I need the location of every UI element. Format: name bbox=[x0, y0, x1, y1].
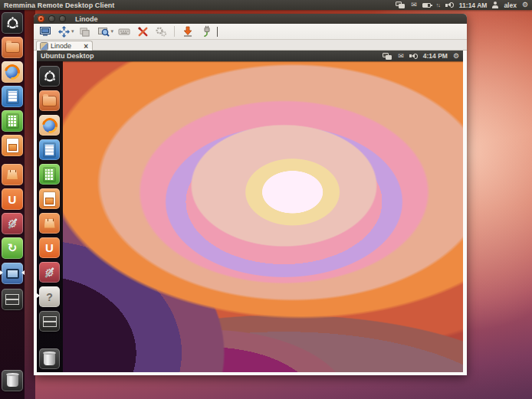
launcher-item-workspace-switcher[interactable] bbox=[39, 311, 60, 332]
launcher-item-libreoffice-calc[interactable] bbox=[2, 110, 23, 132]
window-titlebar[interactable]: Linode bbox=[34, 14, 467, 24]
launcher-item-home-folder[interactable] bbox=[2, 37, 23, 58]
launcher-item-system-settings[interactable]: ⚙ bbox=[39, 262, 60, 283]
toolbar-separator bbox=[174, 26, 175, 37]
active-app-title: Remmina Remote Desktop Client bbox=[4, 2, 114, 9]
clock[interactable]: 11:14 AM bbox=[459, 2, 488, 9]
launcher-item-system-settings[interactable]: ⚙ bbox=[2, 213, 23, 234]
focused-indicator bbox=[21, 270, 25, 275]
session-gear-icon[interactable]: ⚙ bbox=[522, 2, 528, 8]
folder-icon bbox=[6, 43, 19, 52]
ubuntu-one-icon: U bbox=[8, 193, 17, 206]
indicator-tray[interactable]: ✉ ↑↓ 11:14 AM alex ⚙ bbox=[396, 2, 532, 9]
launcher-item-ubuntu-one[interactable]: U bbox=[2, 188, 23, 210]
remote-wallpaper[interactable] bbox=[37, 51, 463, 372]
unity-launcher: U ⚙ ↻ bbox=[0, 10, 25, 399]
tab-linode[interactable]: Linode × bbox=[36, 41, 93, 51]
session-gear-icon[interactable]: ⚙ bbox=[453, 53, 459, 60]
minimize-to-tray-button[interactable] bbox=[180, 25, 195, 38]
launcher-item-libreoffice-writer[interactable] bbox=[39, 139, 60, 160]
scale-dropdown-caret[interactable]: ▾ bbox=[71, 28, 74, 34]
top-panel: Remmina Remote Desktop Client ✉ ↑↓ 11:14… bbox=[0, 0, 532, 10]
user-icon[interactable] bbox=[492, 2, 498, 8]
screenshot-icon bbox=[97, 25, 110, 38]
launcher-item-workspace-switcher[interactable] bbox=[2, 289, 23, 310]
shopping-bag-icon bbox=[44, 219, 55, 228]
screenshot-dropdown-caret[interactable]: ▾ bbox=[111, 28, 114, 34]
remmina-toolbar: ▾ ▾ bbox=[34, 24, 467, 40]
trash-icon bbox=[7, 374, 18, 387]
minimize-button[interactable] bbox=[48, 15, 55, 22]
remote-clock[interactable]: 4:14 PM bbox=[423, 52, 448, 60]
launcher-item-firefox[interactable] bbox=[39, 115, 60, 136]
remote-session-viewport: Ubuntu Desktop ✉ 4:14 PM ⚙ bbox=[34, 51, 467, 375]
mail-icon[interactable]: ✉ bbox=[398, 53, 404, 60]
launcher-item-trash[interactable] bbox=[39, 348, 60, 369]
remote-panel-title: Ubuntu Desktop bbox=[41, 52, 94, 60]
workspaces-icon bbox=[43, 316, 57, 327]
folder-icon bbox=[43, 96, 56, 106]
impress-presentation-icon bbox=[44, 192, 55, 206]
close-button[interactable] bbox=[38, 15, 44, 22]
launcher-item-software-updater[interactable]: ↻ bbox=[2, 237, 23, 259]
battery-icon[interactable] bbox=[422, 3, 431, 8]
volume-icon[interactable] bbox=[445, 2, 454, 8]
launcher-item-libreoffice-impress[interactable] bbox=[2, 135, 23, 156]
launcher-item-libreoffice-impress[interactable] bbox=[39, 188, 60, 209]
firefox-icon bbox=[43, 119, 57, 132]
disconnect-button[interactable] bbox=[199, 25, 214, 38]
tools-button[interactable] bbox=[153, 25, 169, 38]
writer-document-icon bbox=[7, 90, 18, 103]
network-icon[interactable] bbox=[396, 2, 406, 8]
screenshot-button[interactable] bbox=[96, 25, 111, 38]
launcher-item-software-center[interactable] bbox=[39, 213, 60, 234]
launcher-item-help[interactable]: ? bbox=[39, 286, 60, 307]
launcher-item-trash[interactable] bbox=[2, 370, 23, 391]
launcher-item-dash-home[interactable] bbox=[2, 12, 23, 34]
launcher-item-firefox[interactable] bbox=[2, 61, 23, 83]
launcher-item-software-center[interactable] bbox=[2, 164, 23, 185]
crossed-tools-icon bbox=[137, 26, 149, 38]
send-keys-button[interactable] bbox=[117, 25, 132, 38]
desktop: Remmina Remote Desktop Client ✉ ↑↓ 11:14… bbox=[0, 0, 532, 399]
launcher-item-libreoffice-writer[interactable] bbox=[2, 86, 23, 107]
ubuntu-logo-icon bbox=[5, 16, 20, 31]
launcher-item-dash-home[interactable] bbox=[39, 66, 60, 87]
fullscreen-icon bbox=[39, 25, 51, 38]
sync-arrows-icon[interactable]: ↑↓ bbox=[436, 2, 440, 8]
impress-presentation-icon bbox=[7, 139, 18, 152]
remote-unity-launcher: U ⚙ ? bbox=[37, 61, 63, 372]
remote-top-panel: Ubuntu Desktop ✉ 4:14 PM ⚙ bbox=[37, 51, 463, 61]
ubuntu-logo-icon bbox=[43, 70, 57, 83]
maximize-button[interactable] bbox=[59, 15, 66, 22]
launcher-item-remmina[interactable] bbox=[2, 263, 23, 284]
help-icon: ? bbox=[46, 291, 53, 303]
preferences-button[interactable] bbox=[135, 25, 150, 38]
calc-spreadsheet-icon bbox=[44, 168, 55, 182]
user-name[interactable]: alex bbox=[504, 2, 517, 9]
trash-icon bbox=[44, 353, 55, 365]
window-title: Linode bbox=[75, 15, 98, 23]
switch-page-button[interactable] bbox=[77, 25, 93, 38]
shopping-bag-icon bbox=[7, 170, 18, 179]
ubuntu-one-icon: U bbox=[45, 241, 54, 254]
switch-page-icon bbox=[79, 26, 90, 38]
plug-icon bbox=[200, 25, 212, 38]
launcher-item-home-folder[interactable] bbox=[39, 90, 60, 111]
tab-close-icon[interactable]: × bbox=[84, 43, 88, 50]
writer-document-icon bbox=[44, 143, 55, 157]
firefox-icon bbox=[5, 65, 19, 79]
scale-button[interactable] bbox=[56, 25, 71, 38]
fullscreen-button[interactable] bbox=[38, 25, 53, 38]
remote-indicator-tray[interactable]: ✉ 4:14 PM ⚙ bbox=[383, 52, 463, 60]
mail-icon[interactable]: ✉ bbox=[411, 2, 417, 8]
running-indicator bbox=[0, 270, 3, 275]
launcher-item-libreoffice-calc[interactable] bbox=[39, 164, 60, 185]
network-icon[interactable] bbox=[383, 53, 392, 60]
keyboard-icon bbox=[118, 25, 130, 38]
workspaces-icon bbox=[5, 294, 19, 305]
calc-spreadsheet-icon bbox=[7, 114, 18, 128]
volume-icon[interactable] bbox=[409, 53, 418, 60]
connection-icon bbox=[41, 43, 48, 50]
launcher-item-ubuntu-one[interactable]: U bbox=[39, 237, 60, 258]
